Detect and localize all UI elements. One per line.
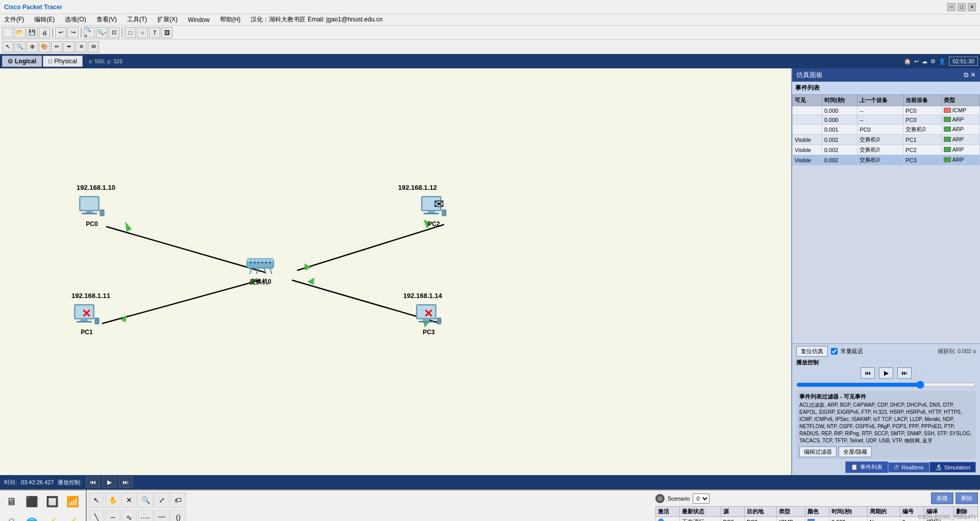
event-row[interactable]: 0.001 PC0 交换机0 ARP <box>793 125 980 135</box>
menu-help[interactable]: 帮助(H) <box>218 15 243 24</box>
tb-fit[interactable]: ⊡ <box>108 27 119 38</box>
svg-marker-11 <box>307 278 314 285</box>
node-pc3[interactable]: 192.168.1.14 ✕ PC3 <box>413 303 444 336</box>
event-row[interactable]: Visible 0.002 交换机0 PC2 ARP <box>793 145 980 155</box>
scenario-select[interactable]: 0 <box>693 493 709 504</box>
tb-delete[interactable]: ✕ <box>76 41 87 53</box>
event-list[interactable]: 可见 时间(秒) 上一个设备 当前设备 类型 0.000 -- PC0 ICMP <box>792 94 980 343</box>
tb-crosshair[interactable]: ⊕ <box>27 41 38 53</box>
back-icon[interactable]: ↩ <box>914 58 919 65</box>
tb-pen[interactable]: ✏ <box>51 41 62 53</box>
home-icon[interactable]: 🏠 <box>904 58 911 65</box>
tool-tag-icon[interactable]: 🏷 <box>170 492 186 508</box>
tb-pencil[interactable]: ✒ <box>63 41 75 53</box>
tool-dashed-icon[interactable]: ╌ <box>105 510 120 521</box>
tab-physical[interactable]: □ Physical <box>43 56 83 67</box>
tool-curve-icon[interactable]: ∿ <box>121 510 137 521</box>
event-row[interactable]: Visible 0.002 交换机0 PC1 ARP <box>793 135 980 145</box>
device-security-icon[interactable]: 🔒 <box>2 514 20 521</box>
delete-scenario-btn[interactable]: 删除 <box>955 492 978 504</box>
constant-delay-checkbox[interactable] <box>831 348 838 355</box>
tool-dotted-icon[interactable]: ····· <box>138 510 153 521</box>
device-switch-icon[interactable]: ⬛ <box>22 492 41 511</box>
sim-panel-close-btn[interactable]: ✕ <box>970 71 976 79</box>
edit-filter-btn[interactable]: 编辑过滤器 <box>799 446 837 457</box>
node-pc0[interactable]: 192.168.1.10 PC0 <box>77 195 107 228</box>
tb-save[interactable]: 💾 <box>27 27 38 38</box>
tb-img[interactable]: 🖼 <box>161 27 173 38</box>
tb-ellipse[interactable]: ○ <box>137 27 148 38</box>
tool-move-icon[interactable]: ✋ <box>105 492 120 508</box>
status-play-forward[interactable]: ⏭ <box>118 477 133 488</box>
node-pc1[interactable]: 192.168.1.11 ✕ PC1 <box>71 303 102 336</box>
device-hub-icon[interactable]: 🔲 <box>43 492 61 511</box>
realtime-tab[interactable]: ⏱ Realtime <box>888 462 929 473</box>
node-switch0[interactable]: 交换机0 <box>245 252 276 286</box>
tool-line-icon[interactable]: ╲ <box>89 510 104 521</box>
reset-simulation-btn[interactable]: 复位仿真 <box>796 346 828 357</box>
show-all-btn[interactable]: 全显/隐藏 <box>839 446 872 457</box>
col-activate: 激活 <box>656 507 680 517</box>
minimize-button[interactable]: ─ <box>947 3 955 11</box>
close-button[interactable]: ✕ <box>968 3 976 11</box>
tb-palette[interactable]: 🎨 <box>39 41 50 53</box>
menu-extend[interactable]: 扩展(X) <box>155 15 180 24</box>
device-wireless-icon[interactable]: 📶 <box>63 492 82 511</box>
event-time: 0.001 <box>822 125 857 135</box>
device-router-icon[interactable]: 🖥 <box>2 492 20 511</box>
tb-undo[interactable]: ↩ <box>55 27 66 38</box>
tab-logical[interactable]: ⊙ Logical <box>2 56 42 67</box>
menu-tools[interactable]: 工具(T) <box>125 15 149 24</box>
scenario-selector-row: Scenario 0 新建 删除 <box>655 492 978 504</box>
simulation-tab[interactable]: 🔬 Simulation <box>929 462 976 473</box>
play-btn[interactable]: ▶ <box>879 367 893 379</box>
sim-panel-float-btn[interactable]: ⧉ <box>964 71 968 79</box>
new-scenario-btn[interactable]: 新建 <box>931 492 953 504</box>
event-type: ARP <box>941 115 979 125</box>
menu-edit[interactable]: 编辑(E) <box>32 15 57 24</box>
user-icon[interactable]: 👤 <box>939 58 946 65</box>
tb-new[interactable]: 📄 <box>2 27 13 38</box>
tb-zoomin[interactable]: 🔍+ <box>84 27 95 38</box>
status-play[interactable]: ▶ <box>102 477 116 488</box>
device-lightning1-icon[interactable]: ⚡ <box>43 514 61 521</box>
device-wan-icon[interactable]: 🌐 <box>22 514 41 521</box>
tool-zigzag-icon[interactable]: ⟨⟩ <box>170 510 186 521</box>
tool-delete-icon[interactable]: ✕ <box>121 492 137 508</box>
tb-select[interactable]: ↖ <box>2 41 13 53</box>
menu-window[interactable]: Window <box>186 16 212 23</box>
restore-button[interactable]: □ <box>958 3 966 11</box>
node-pc2[interactable]: 192.168.1.12 ✉ PC2 <box>419 195 449 228</box>
tb-print[interactable]: 🖨 <box>39 27 50 38</box>
tool-inspect-icon[interactable]: 🔍 <box>138 492 153 508</box>
tb-search[interactable]: 🔍 <box>14 41 26 53</box>
tb-text[interactable]: T <box>149 27 160 38</box>
tb-open[interactable]: 📂 <box>14 27 26 38</box>
play-forward-btn[interactable]: ⏭ <box>897 367 912 379</box>
pc2-envelope-icon: ✉ <box>434 197 444 211</box>
tool-resize-icon[interactable]: ⤢ <box>154 492 169 508</box>
menu-options[interactable]: 选项(O) <box>63 15 88 24</box>
scenario-color <box>805 517 829 522</box>
event-type: ICMP <box>941 106 979 115</box>
event-row[interactable]: 0.000 -- PC0 ICMP <box>793 106 980 115</box>
sim-panel-header-controls: ⧉ ✕ <box>964 71 976 79</box>
menu-file[interactable]: 文件(F) <box>2 15 26 24</box>
tb-mail[interactable]: ✉ <box>88 41 99 53</box>
tb-rect[interactable]: □ <box>125 27 136 38</box>
menu-view[interactable]: 查看(V) <box>94 15 119 24</box>
tool-select-icon[interactable]: ↖ <box>89 492 104 508</box>
play-back-btn[interactable]: ⏮ <box>861 367 875 379</box>
network-canvas[interactable]: 192.168.1.10 PC0 192.168.1.11 <box>0 68 791 475</box>
event-row[interactable]: Visible 0.002 交换机0 PC3 ARP <box>793 155 980 165</box>
event-row[interactable]: 0.000 -- PC0 ARP <box>793 115 980 125</box>
tool-wave-icon[interactable]: 〰 <box>154 510 169 521</box>
device-lightning2-icon[interactable]: ⚡ <box>63 514 82 521</box>
status-play-back[interactable]: ⏮ <box>86 477 100 488</box>
tb-zoomout[interactable]: 🔍- <box>96 27 107 38</box>
tb-redo[interactable]: ↪ <box>67 27 79 38</box>
settings-icon[interactable]: ⚙ <box>930 58 936 65</box>
cloud-icon[interactable]: ☁ <box>922 58 927 65</box>
playback-slider[interactable] <box>796 381 976 389</box>
event-list-tab[interactable]: 📋 事件列表 <box>845 461 888 473</box>
